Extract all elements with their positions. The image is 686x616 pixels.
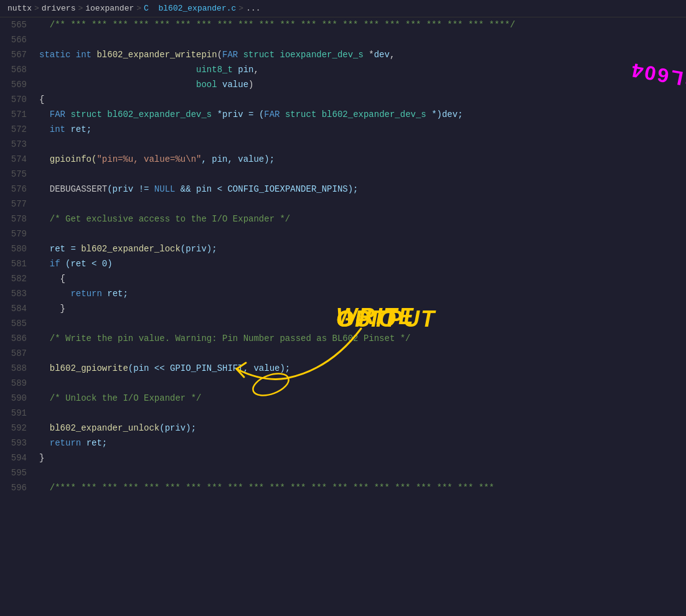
line-num-577: 577	[0, 197, 34, 212]
line-num-573: 573	[0, 137, 34, 152]
line-num-569: 569	[0, 77, 34, 92]
line-num-582: 582	[0, 271, 34, 286]
code-area: 5655665675685695705715725735745755765775…	[0, 17, 686, 615]
code-line-584: }	[39, 301, 686, 316]
line-numbers: 5655665675685695705715725735745755765775…	[0, 17, 34, 615]
line-num-592: 592	[0, 421, 34, 436]
line-num-585: 585	[0, 316, 34, 331]
line-num-586: 586	[0, 331, 34, 346]
line-num-594: 594	[0, 450, 34, 465]
code-line-570: {	[39, 92, 686, 107]
breadcrumb: nuttx > drivers > ioexpander > C bl602_e…	[0, 0, 686, 17]
line-num-578: 578	[0, 212, 34, 226]
code-line-594: }	[39, 450, 686, 465]
line-num-590: 590	[0, 391, 34, 406]
line-num-583: 583	[0, 286, 34, 301]
breadcrumb-ellipsis: ...	[246, 4, 260, 13]
breadcrumb-nuttx: nuttx	[7, 4, 32, 13]
line-num-581: 581	[0, 256, 34, 271]
line-num-591: 591	[0, 406, 34, 421]
line-num-575: 575	[0, 167, 34, 182]
line-num-568: 568	[0, 62, 34, 77]
code-lines: /** *** *** *** *** *** *** *** *** *** …	[34, 17, 686, 615]
code-line-566	[39, 32, 686, 47]
code-line-574: gpioinfo("pin=%u, value=%u\n", pin, valu…	[39, 152, 686, 167]
line-num-565: 565	[0, 17, 34, 32]
line-num-571: 571	[0, 107, 34, 122]
code-line-565: /** *** *** *** *** *** *** *** *** *** …	[39, 17, 686, 32]
code-line-593: return ret;	[39, 436, 686, 450]
code-line-587	[39, 346, 686, 361]
breadcrumb-ioexpander: ioexpander	[85, 4, 134, 13]
code-line-576: DEBUGASSERT(priv != NULL && pin < CONFIG…	[39, 182, 686, 197]
line-num-579: 579	[0, 226, 34, 241]
line-num-574: 574	[0, 152, 34, 167]
line-num-567: 567	[0, 47, 34, 62]
breadcrumb-drivers: drivers	[42, 4, 76, 13]
code-line-591	[39, 406, 686, 421]
code-line-567: static int bl602_expander_writepin(FAR s…	[39, 47, 686, 62]
code-line-578: /* Get exclusive access to the I/O Expan…	[39, 212, 686, 226]
code-line-577	[39, 197, 686, 212]
line-num-576: 576	[0, 182, 34, 197]
line-num-589: 589	[0, 376, 34, 391]
line-num-566: 566	[0, 32, 34, 47]
code-line-582: {	[39, 271, 686, 286]
line-num-595: 595	[0, 465, 34, 480]
code-line-571: FAR struct bl602_expander_dev_s *priv = …	[39, 107, 686, 122]
code-line-572: int ret;	[39, 122, 686, 137]
code-line-568: uint8_t pin,	[39, 62, 686, 77]
code-line-583: return ret;	[39, 286, 686, 301]
code-line-580: ret = bl602_expander_lock(priv);	[39, 241, 686, 256]
line-num-588: 588	[0, 361, 34, 376]
line-num-593: 593	[0, 436, 34, 450]
code-line-581: if (ret < 0)	[39, 256, 686, 271]
breadcrumb-cfile: C bl602_expander.c	[144, 4, 236, 13]
code-line-575	[39, 167, 686, 182]
line-num-587: 587	[0, 346, 34, 361]
code-line-595	[39, 465, 686, 480]
code-line-589	[39, 376, 686, 391]
code-line-573	[39, 137, 686, 152]
line-num-570: 570	[0, 92, 34, 107]
code-line-590: /* Unlock the I/O Expander */	[39, 391, 686, 406]
line-num-596: 596	[0, 480, 34, 495]
code-line-585	[39, 316, 686, 331]
code-line-569: bool value)	[39, 77, 686, 92]
editor-container: nuttx > drivers > ioexpander > C bl602_e…	[0, 0, 686, 616]
code-line-588: bl602_gpiowrite(pin << GPIO_PIN_SHIFT, v…	[39, 361, 686, 376]
line-num-584: 584	[0, 301, 34, 316]
code-line-592: bl602_expander_unlock(priv);	[39, 421, 686, 436]
code-line-586: /* Write the pin value. Warning: Pin Num…	[39, 331, 686, 346]
line-num-580: 580	[0, 241, 34, 256]
code-line-579	[39, 226, 686, 241]
line-num-572: 572	[0, 122, 34, 137]
code-line-596: /**** *** *** *** *** *** *** *** *** **…	[39, 480, 686, 495]
